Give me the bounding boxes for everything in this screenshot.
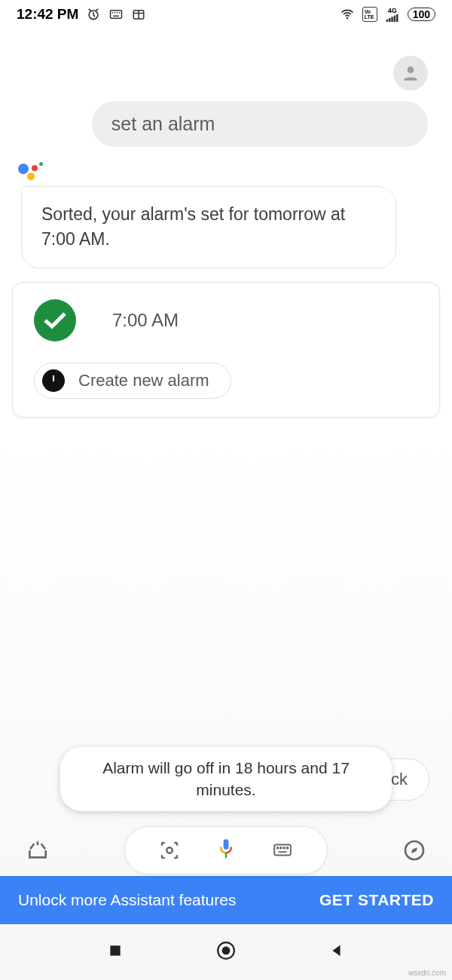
keyboard-status-icon [108,7,124,22]
volte-icon: Vo LTE [362,7,377,22]
svg-rect-3 [115,12,116,14]
status-bar: 12:42 PM Vo LTE 4G 100 [0,0,452,26]
nav-recents-button[interactable] [102,938,128,963]
watermark: wsxdn.com [408,969,446,977]
svg-point-30 [222,947,231,955]
toast-text: Alarm will go off in 18 hours and 17 min… [102,759,350,798]
svg-point-17 [167,847,173,853]
explore-icon[interactable] [399,835,429,865]
svg-rect-15 [396,14,399,22]
user-avatar[interactable] [393,56,428,90]
svg-point-16 [408,66,414,73]
nav-back-button[interactable] [324,938,350,963]
volte-label: Vo LTE [365,9,375,20]
svg-rect-11 [386,20,388,22]
svg-rect-20 [274,844,291,855]
status-right: Vo LTE 4G 100 [340,7,435,22]
person-icon [401,63,420,83]
mic-icon[interactable] [213,838,239,863]
promo-cta-button[interactable]: GET STARTED [319,891,434,909]
svg-rect-14 [393,16,396,22]
assistant-reply-text: Sorted, your alarm's set for tomorrow at… [41,204,345,249]
assistant-logo-icon [18,161,48,183]
svg-point-21 [276,847,278,849]
user-message-bubble: set an alarm [92,101,428,147]
calendar-status-icon [131,7,146,22]
assistant-input-row [0,826,452,874]
promo-text: Unlock more Assistant features [18,891,236,909]
battery-indicator: 100 [408,8,435,21]
create-alarm-button[interactable]: Create new alarm [34,363,231,399]
alarm-time: 7:00 AM [112,310,179,331]
create-alarm-label: Create new alarm [78,371,209,390]
clock-icon [42,369,65,392]
check-circle-icon [34,299,76,341]
clock-time: 12:42 PM [17,6,78,23]
svg-marker-31 [332,945,340,957]
svg-rect-5 [119,12,121,14]
svg-rect-6 [114,16,120,17]
svg-point-10 [346,17,348,20]
alarm-card: 7:00 AM Create new alarm [12,282,440,418]
svg-point-23 [283,847,285,849]
svg-point-22 [280,847,282,849]
user-message-text: set an alarm [111,113,215,134]
svg-rect-2 [112,12,114,14]
wifi-icon [340,7,355,22]
assistant-reply-bubble: Sorted, your alarm's set for tomorrow at… [21,186,396,268]
svg-marker-27 [411,847,417,853]
nav-home-button[interactable] [213,938,239,963]
lens-icon[interactable] [157,838,182,863]
svg-rect-18 [224,839,229,850]
keyboard-icon[interactable] [270,838,295,863]
svg-rect-13 [391,17,393,22]
updates-icon[interactable] [23,835,53,865]
alarm-toast: Alarm will go off in 18 hours and 17 min… [60,747,392,811]
svg-rect-12 [389,18,391,22]
svg-point-24 [286,847,288,849]
signal-icon: 4G [385,7,400,22]
svg-rect-28 [111,945,121,955]
promo-banner[interactable]: Unlock more Assistant features GET START… [0,876,452,924]
svg-rect-4 [117,12,118,14]
network-label: 4G [388,7,397,14]
assistant-input-pill [124,826,328,874]
status-left: 12:42 PM [17,6,146,23]
alarm-confirmation-row: 7:00 AM [34,299,418,341]
alarm-icon [86,7,101,22]
system-nav-bar [0,932,452,969]
svg-rect-1 [111,11,122,19]
